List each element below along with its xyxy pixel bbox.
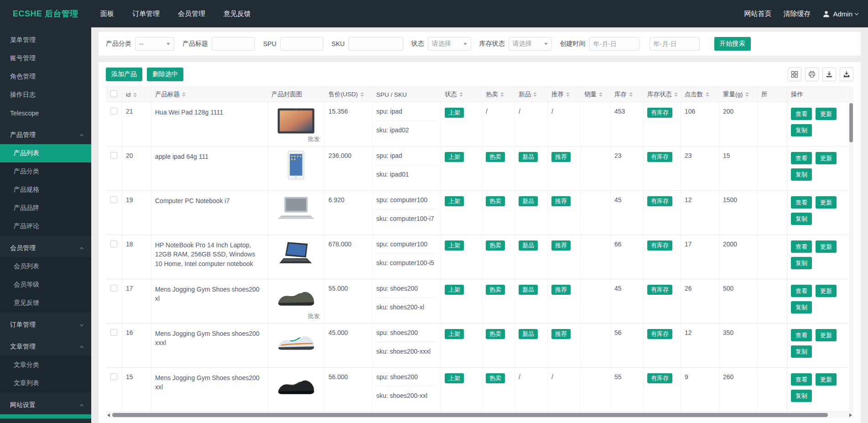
- sort-icon[interactable]: [533, 92, 537, 97]
- copy-button[interactable]: 复制: [791, 390, 812, 402]
- column-header[interactable]: id: [122, 87, 151, 102]
- select-all-checkbox[interactable]: [110, 90, 117, 97]
- sort-icon[interactable]: [360, 92, 364, 97]
- sort-icon[interactable]: [706, 92, 709, 97]
- user-menu[interactable]: Admin: [822, 10, 858, 18]
- horizontal-scrollbar-thumb[interactable]: [112, 413, 828, 417]
- sort-icon[interactable]: [182, 92, 186, 97]
- row-checkbox[interactable]: [110, 240, 117, 247]
- site-home-link[interactable]: 网站首页: [744, 10, 771, 18]
- add-product-button[interactable]: 添加产品: [106, 68, 142, 81]
- columns-button[interactable]: [788, 68, 801, 81]
- vertical-scrollbar-thumb[interactable]: [849, 103, 853, 142]
- topbar-menu-item[interactable]: 面板: [91, 0, 123, 27]
- sort-icon[interactable]: [566, 92, 570, 97]
- view-button[interactable]: 查看: [791, 196, 812, 209]
- sort-icon[interactable]: [599, 92, 603, 97]
- update-button[interactable]: 更新: [816, 152, 837, 164]
- sidebar-subitem[interactable]: 产品列表: [0, 144, 91, 162]
- horizontal-scrollbar[interactable]: [106, 412, 853, 418]
- row-checkbox[interactable]: [110, 285, 117, 292]
- sort-icon[interactable]: [745, 92, 749, 97]
- sidebar-item[interactable]: 账号管理: [0, 49, 91, 68]
- delete-selected-button[interactable]: 删除选中: [147, 68, 183, 81]
- sort-icon[interactable]: [500, 92, 504, 97]
- print-button[interactable]: [805, 68, 819, 81]
- clear-cache-link[interactable]: 清除缓存: [783, 10, 811, 18]
- sidebar-subitem[interactable]: 产品分类: [0, 162, 91, 181]
- end-date-input[interactable]: [650, 37, 700, 51]
- sidebar-subitem[interactable]: 产品规格: [0, 181, 91, 199]
- category-select[interactable]: --: [135, 37, 174, 51]
- sidebar-item[interactable]: 操作日志: [0, 86, 91, 104]
- status-select[interactable]: 请选择: [428, 37, 471, 51]
- sort-icon[interactable]: [629, 92, 633, 97]
- product-title-input[interactable]: [212, 37, 255, 51]
- sort-icon[interactable]: [674, 92, 678, 97]
- export-button[interactable]: [840, 68, 853, 81]
- search-button[interactable]: 开始搜索: [714, 37, 751, 51]
- view-button[interactable]: 查看: [791, 152, 812, 164]
- column-header[interactable]: 库存状态: [644, 87, 681, 102]
- download-button[interactable]: [822, 68, 836, 81]
- column-header[interactable]: 售价(USD): [325, 87, 373, 102]
- view-button[interactable]: 查看: [791, 108, 812, 120]
- row-checkbox[interactable]: [110, 329, 117, 336]
- sidebar-group[interactable]: 产品管理: [0, 126, 91, 144]
- column-header[interactable]: 新品: [515, 87, 548, 102]
- copy-button[interactable]: 复制: [791, 345, 812, 358]
- copy-button[interactable]: 复制: [791, 257, 812, 269]
- column-header[interactable]: 销量: [581, 87, 611, 102]
- row-checkbox[interactable]: [110, 152, 117, 159]
- sidebar-group[interactable]: 会员管理: [0, 239, 91, 257]
- start-date-input[interactable]: [589, 37, 639, 51]
- update-button[interactable]: 更新: [816, 373, 837, 386]
- sidebar-item[interactable]: 菜单管理: [0, 31, 91, 49]
- copy-button[interactable]: 复制: [791, 213, 812, 225]
- sidebar-subitem[interactable]: 产品品牌: [0, 199, 91, 217]
- update-button[interactable]: 更新: [816, 240, 837, 253]
- sidebar-group[interactable]: 文章管理: [0, 338, 91, 356]
- sidebar-item[interactable]: Telescope: [0, 104, 91, 122]
- column-header[interactable]: 重量(g): [719, 87, 758, 102]
- sku-input[interactable]: [348, 37, 403, 51]
- vertical-scrollbar[interactable]: [849, 87, 853, 412]
- copy-button[interactable]: 复制: [791, 301, 812, 313]
- copy-button[interactable]: 复制: [791, 168, 812, 181]
- sort-icon[interactable]: [459, 92, 463, 97]
- scroll-left-arrow-icon[interactable]: [107, 413, 110, 417]
- view-button[interactable]: 查看: [791, 329, 812, 341]
- sidebar-item[interactable]: 角色管理: [0, 68, 91, 86]
- sidebar-subitem[interactable]: 意见反馈: [0, 294, 91, 312]
- spu-input[interactable]: [280, 37, 323, 51]
- view-button[interactable]: 查看: [791, 373, 812, 386]
- sidebar-subitem[interactable]: 文章分类: [0, 356, 91, 374]
- scroll-right-arrow-icon[interactable]: [849, 413, 852, 417]
- row-checkbox[interactable]: [110, 373, 117, 380]
- column-header[interactable]: 热卖: [482, 87, 515, 102]
- column-header[interactable]: 状态: [441, 87, 482, 102]
- topbar-menu-item[interactable]: 订单管理: [123, 0, 169, 27]
- column-header[interactable]: 产品标题: [151, 87, 268, 102]
- update-button[interactable]: 更新: [816, 196, 837, 209]
- sidebar-subitem[interactable]: 会员等级: [0, 276, 91, 294]
- sidebar-group[interactable]: 网站设置: [0, 396, 91, 414]
- topbar-menu-item[interactable]: 会员管理: [169, 0, 214, 27]
- sort-icon[interactable]: [133, 93, 137, 97]
- row-checkbox[interactable]: [110, 196, 117, 203]
- topbar-menu-item[interactable]: 意见反馈: [214, 0, 260, 27]
- view-button[interactable]: 查看: [791, 240, 812, 253]
- sidebar-subitem[interactable]: 产品评论: [0, 217, 91, 235]
- copy-button[interactable]: 复制: [791, 124, 812, 136]
- sidebar-group[interactable]: 订单管理: [0, 316, 91, 334]
- update-button[interactable]: 更新: [816, 108, 837, 120]
- column-header[interactable]: 推荐: [548, 87, 581, 102]
- update-button[interactable]: 更新: [816, 329, 837, 341]
- column-header[interactable]: 库存: [611, 87, 644, 102]
- sidebar-subitem[interactable]: 会员列表: [0, 257, 91, 276]
- row-checkbox[interactable]: [110, 108, 117, 115]
- update-button[interactable]: 更新: [816, 285, 837, 297]
- sidebar-subitem[interactable]: 文章列表: [0, 374, 91, 392]
- view-button[interactable]: 查看: [791, 285, 812, 297]
- column-header[interactable]: 点击数: [681, 87, 719, 102]
